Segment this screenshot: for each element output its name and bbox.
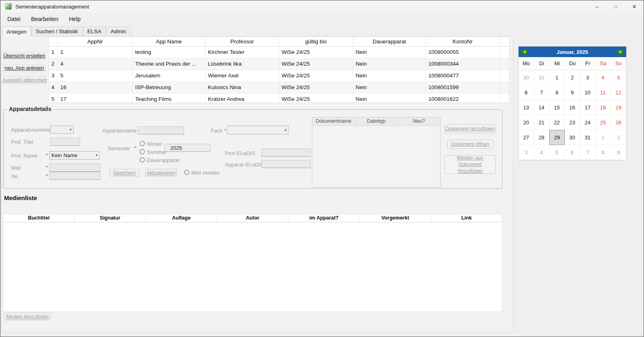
calendar-day[interactable]: 23 [565,115,580,130]
medien-table-header: Buchtitel Signatur Auflage Autor im Appa… [3,214,502,222]
calendar-day[interactable]: 5 [549,145,565,160]
semester-year-value: 2025 [170,145,182,151]
dokument-hinzufuegen-button[interactable]: Dokument hinzufügen [445,124,496,133]
winter-radio[interactable] [140,141,145,146]
calendar-day[interactable]: 6 [565,145,580,160]
table-row[interactable]: 5 17 Teaching Films Kratzer Andrea WiSe … [49,94,509,103]
menu-bearbeiten[interactable]: Bearbeiten [26,14,64,24]
calendar-day[interactable]: 17 [580,100,595,115]
medien-aus-dokument-button[interactable]: Medien aus Dokument hinzufügen [445,155,496,174]
sommer-radio[interactable] [140,149,145,154]
next-month-button[interactable] [617,49,624,55]
resize-grip[interactable] [638,331,643,336]
table-row[interactable]: 1 1 testing Kirchner Tester WiSe 24/25 N… [49,47,509,58]
semester-year-input[interactable]: 2025 [164,144,210,152]
column-header-app-name[interactable]: App Name [133,37,205,47]
calendar-day[interactable]: 27 [519,130,534,145]
calendar-day[interactable]: 12 [611,85,626,100]
column-header-buchtitel[interactable]: Buchtitel [3,214,74,222]
calendar-day[interactable]: 31 [580,130,595,145]
calendar-day[interactable]: 20 [519,115,534,130]
uebersicht-erstellen-button[interactable]: Übersicht erstellen [3,52,45,60]
mail-input[interactable] [49,164,100,172]
column-header-kontonr[interactable]: KontoNr [426,37,500,47]
tab-admin[interactable]: Admin [106,27,130,36]
calendar-day[interactable]: 7 [534,85,549,100]
calendar-day[interactable]: 4 [534,145,549,160]
column-header-autor[interactable]: Autor [217,214,288,222]
dauerapparat-radio[interactable] [140,157,145,162]
column-header-link[interactable]: Link [431,214,502,222]
prof-id-adis-input[interactable] [261,149,311,157]
column-header-vorgemerkt[interactable]: Vorgemerkt [360,214,431,222]
calendar-day[interactable]: 18 [595,100,611,115]
apparatsname-input[interactable] [138,126,184,134]
calendar-day[interactable]: 31 [534,70,549,85]
calendar-day[interactable]: 6 [519,85,534,100]
calendar-day[interactable]: 13 [519,100,534,115]
prev-month-button[interactable] [521,49,528,55]
speichern-button[interactable]: Speichern [110,169,140,177]
apparatsnummer-select[interactable]: ▾ [50,126,74,134]
calendar-day[interactable]: 19 [611,100,626,115]
calendar-day[interactable]: 25 [595,115,611,130]
calendar-day[interactable]: 5 [611,70,626,85]
cell-appnr: 4 [58,58,133,70]
calendar-day[interactable]: 29 [549,130,565,145]
auswahl-abbrechen-button[interactable]: Auswahl abbrechen [3,76,46,84]
calendar-day[interactable]: 8 [595,145,611,160]
column-header-professor[interactable]: Professor [205,37,279,47]
calendar-day[interactable]: 11 [595,85,611,100]
calendar-day[interactable]: 8 [549,85,565,100]
calendar-day[interactable]: 4 [595,70,611,85]
menu-help[interactable]: Help [64,14,86,24]
calendar-day[interactable]: 22 [549,115,565,130]
prof-name-select[interactable]: Kein Name ▾ [49,151,100,160]
tab-elsa[interactable]: ELSA [83,27,106,36]
dokument-oeffnen-button[interactable]: Dokument öffnen [447,140,493,149]
calendar-day[interactable]: 1 [595,130,611,145]
calendar-day[interactable]: 1 [549,70,565,85]
calendar-day[interactable]: 15 [549,100,565,115]
calendar-day[interactable]: 16 [565,100,580,115]
aktualisieren-button[interactable]: Aktualisieren [145,169,177,177]
table-row[interactable]: 4 16 ISP-Betreuung Kulovics Nina WiSe 24… [49,82,509,94]
apparat-id-adis-input[interactable] [261,160,311,168]
medien-hinzufuegen-button[interactable]: Medien hinzufügen [4,313,51,320]
column-header-auflage[interactable]: Auflage [146,214,217,222]
calendar-day[interactable]: 26 [611,115,626,130]
neue-app-anlegen-button[interactable]: neu. App anlegen [3,64,45,72]
close-button[interactable]: ✕ [625,0,644,13]
menu-datei[interactable]: Datei [2,14,26,24]
minimize-button[interactable]: – [588,0,606,13]
column-header-gueltig-bis[interactable]: gültig bis [279,37,353,47]
prof-titel-input[interactable] [50,138,80,146]
calendar-day[interactable]: 9 [611,145,626,160]
mail-senden-label: Mail senden [191,170,220,176]
column-header-dauerapparat[interactable]: Dauerapparat [353,37,426,47]
tab-suchen-statistik[interactable]: Suchen / Statistik [32,27,83,36]
mail-senden-checkbox[interactable] [184,170,189,175]
table-row[interactable]: 2 4 Theorie und Praxis der ... Lüsebrink… [49,58,509,70]
tel-input[interactable] [49,172,100,180]
calendar-day[interactable]: 3 [580,70,595,85]
column-header-signatur[interactable]: Signatur [74,214,146,222]
calendar-day[interactable]: 2 [565,70,580,85]
calendar-day[interactable]: 28 [534,130,549,145]
calendar-day[interactable]: 21 [534,115,549,130]
calendar-day[interactable]: 3 [519,145,534,160]
column-header-appnr[interactable]: AppNr [58,37,133,47]
tab-anlegen[interactable]: Anlegen [2,26,31,36]
calendar-day[interactable]: 9 [565,85,580,100]
fach-select[interactable]: ▾ [227,126,288,134]
calendar-day[interactable]: 14 [534,100,549,115]
column-header-im-apparat[interactable]: im Apparat? [288,214,360,222]
calendar-day[interactable]: 2 [611,130,626,145]
calendar-day[interactable]: 24 [580,115,595,130]
calendar-day[interactable]: 30 [519,70,534,85]
calendar-day[interactable]: 30 [565,130,580,145]
calendar-day[interactable]: 7 [580,145,595,160]
maximize-button[interactable]: □ [606,0,625,13]
calendar-day[interactable]: 10 [580,85,595,100]
table-row[interactable]: 3 5 Jerusalem Wiemer Axel WiSe 24/25 Nei… [49,70,509,82]
